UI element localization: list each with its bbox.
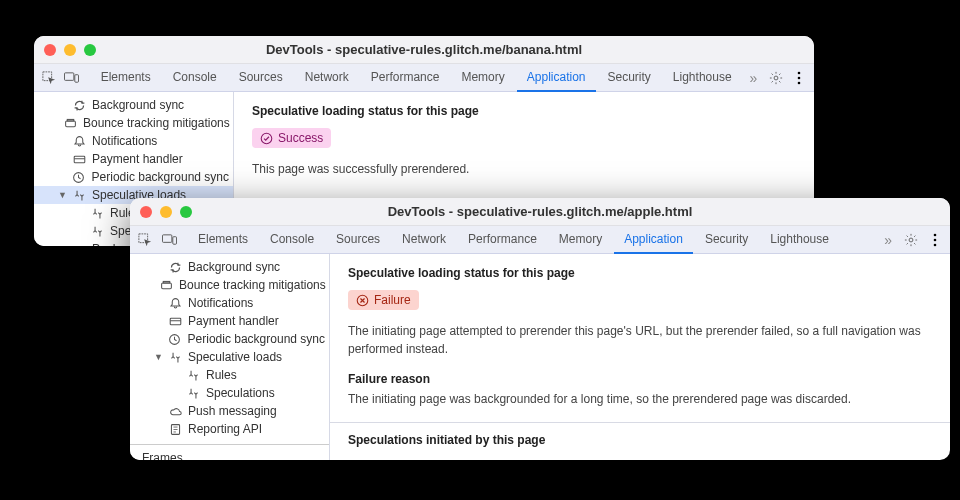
sidebar-item-background-sync[interactable]: Background sync	[130, 258, 329, 276]
failure-reason-text: The initiating page was backgrounded for…	[348, 390, 932, 408]
bounce-icon	[160, 278, 173, 292]
status-badge-success: Success	[252, 128, 331, 148]
bell-icon	[72, 134, 86, 148]
prerender-description: The initiating page attempted to prerend…	[348, 322, 932, 358]
zoom-button[interactable]	[180, 206, 192, 218]
disclosure-triangle-icon[interactable]: ▼	[154, 352, 162, 362]
sidebar-item-label: Reporting API	[188, 422, 262, 436]
tab-performance[interactable]: Performance	[458, 226, 547, 254]
sidebar-item-periodic-background-sync[interactable]: Periodic background sync	[34, 168, 233, 186]
tab-sources[interactable]: Sources	[229, 64, 293, 92]
tab-application[interactable]: Application	[614, 226, 693, 254]
sidebar-item-reporting-api[interactable]: Reporting API	[130, 420, 329, 438]
spec-icon	[72, 188, 86, 202]
sidebar-item-label: Rules	[206, 368, 237, 382]
tab-lighthouse[interactable]: Lighthouse	[760, 226, 839, 254]
tab-security[interactable]: Security	[598, 64, 661, 92]
tab-network[interactable]: Network	[295, 64, 359, 92]
device-toggle-icon[interactable]	[158, 229, 180, 251]
section-divider	[330, 422, 950, 423]
svg-point-16	[909, 238, 913, 242]
status-label: Failure	[374, 293, 411, 307]
sidebar-item-push-messaging[interactable]: Push messaging	[130, 402, 329, 420]
bell-icon	[168, 296, 182, 310]
tab-elements[interactable]: Elements	[188, 226, 258, 254]
sidebar-item-notifications[interactable]: Notifications	[34, 132, 233, 150]
tab-application[interactable]: Application	[517, 64, 596, 92]
settings-gear-icon[interactable]	[765, 67, 786, 89]
svg-point-17	[934, 233, 937, 236]
inspect-icon[interactable]	[134, 229, 156, 251]
zoom-button[interactable]	[84, 44, 96, 56]
device-toggle-icon[interactable]	[61, 67, 82, 89]
bounce-icon	[64, 116, 77, 130]
more-tabs-icon[interactable]: »	[878, 232, 898, 248]
sidebar-item-label: Speculations	[206, 386, 275, 400]
sidebar-item-periodic-background-sync[interactable]: Periodic background sync	[130, 330, 329, 348]
sidebar-item-label: Periodic background sync	[92, 170, 229, 184]
tab-memory[interactable]: Memory	[451, 64, 514, 92]
card-icon	[168, 314, 182, 328]
svg-point-3	[774, 76, 778, 80]
spec-icon	[168, 350, 182, 364]
cloud-icon	[168, 404, 182, 418]
report-icon	[168, 422, 182, 436]
sidebar-item-label: Payment handler	[92, 152, 183, 166]
sidebar-item-label: Background sync	[188, 260, 280, 274]
status-heading: Speculative loading status for this page	[252, 104, 796, 118]
panel-tabs: ElementsConsoleSourcesNetworkPerformance…	[188, 226, 876, 254]
frames-section-label[interactable]: Frames	[130, 444, 329, 460]
tab-security[interactable]: Security	[695, 226, 758, 254]
minimize-button[interactable]	[64, 44, 76, 56]
inspect-icon[interactable]	[38, 67, 59, 89]
devtools-window-apple: DevTools - speculative-rules.glitch.me/a…	[130, 198, 950, 460]
disclosure-triangle-icon[interactable]: ▼	[58, 190, 66, 200]
more-tabs-icon[interactable]: »	[744, 70, 764, 86]
kebab-menu-icon[interactable]	[924, 229, 946, 251]
tab-network[interactable]: Network	[392, 226, 456, 254]
titlebar: DevTools - speculative-rules.glitch.me/a…	[130, 198, 950, 226]
tab-console[interactable]: Console	[163, 64, 227, 92]
svg-rect-9	[74, 156, 85, 163]
sidebar-item-label: Notifications	[188, 296, 253, 310]
kebab-menu-icon[interactable]	[789, 67, 810, 89]
sidebar-item-label: Periodic background sync	[188, 332, 325, 346]
clock-icon	[72, 170, 86, 184]
minimize-button[interactable]	[160, 206, 172, 218]
check-circle-icon	[260, 132, 273, 145]
close-button[interactable]	[44, 44, 56, 56]
svg-rect-1	[65, 72, 74, 80]
tab-sources[interactable]: Sources	[326, 226, 390, 254]
status-heading: Speculative loading status for this page	[348, 266, 932, 280]
application-sidebar: Background syncBounce tracking mitigatio…	[130, 254, 330, 460]
tab-elements[interactable]: Elements	[91, 64, 161, 92]
svg-point-6	[798, 81, 801, 84]
speculative-loads-panel: Speculative loading status for this page…	[330, 254, 950, 460]
svg-rect-21	[163, 281, 170, 283]
spec-icon	[90, 206, 104, 220]
sidebar-item-speculative-loads[interactable]: ▼Speculative loads	[130, 348, 329, 366]
sidebar-item-payment-handler[interactable]: Payment handler	[34, 150, 233, 168]
svg-rect-15	[172, 236, 176, 244]
svg-point-4	[798, 71, 801, 74]
tab-performance[interactable]: Performance	[361, 64, 450, 92]
sidebar-item-payment-handler[interactable]: Payment handler	[130, 312, 329, 330]
tab-memory[interactable]: Memory	[549, 226, 612, 254]
window-title: DevTools - speculative-rules.glitch.me/a…	[130, 204, 950, 219]
clock-icon	[168, 332, 182, 346]
close-button[interactable]	[140, 206, 152, 218]
sidebar-item-rules[interactable]: Rules	[130, 366, 329, 384]
sidebar-item-speculations[interactable]: Speculations	[130, 384, 329, 402]
devtools-toolbar: ElementsConsoleSourcesNetworkPerformance…	[34, 64, 814, 92]
sidebar-item-bounce-tracking-mitigations[interactable]: Bounce tracking mitigations	[130, 276, 329, 294]
sidebar-item-bounce-tracking-mitigations[interactable]: Bounce tracking mitigations	[34, 114, 233, 132]
card-icon	[72, 152, 86, 166]
svg-point-5	[798, 76, 801, 79]
sidebar-item-background-sync[interactable]: Background sync	[34, 96, 233, 114]
sidebar-item-label: Push messaging	[188, 404, 277, 418]
settings-gear-icon[interactable]	[900, 229, 922, 251]
svg-rect-20	[162, 283, 172, 289]
tab-lighthouse[interactable]: Lighthouse	[663, 64, 742, 92]
tab-console[interactable]: Console	[260, 226, 324, 254]
sidebar-item-notifications[interactable]: Notifications	[130, 294, 329, 312]
